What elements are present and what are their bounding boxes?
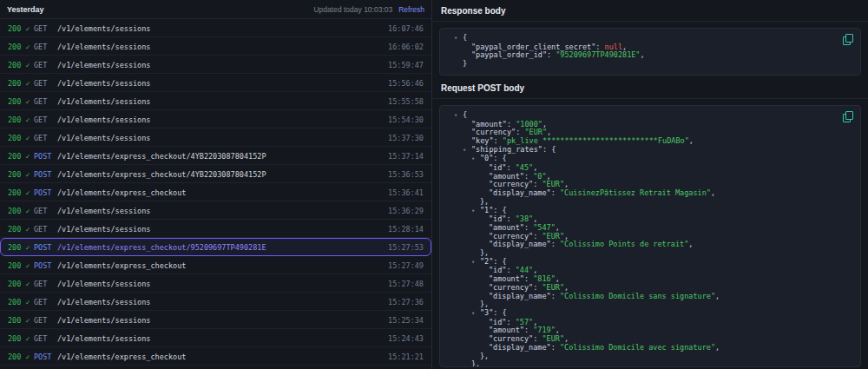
json-punct: : xyxy=(595,43,604,51)
json-punct: : xyxy=(547,50,556,59)
log-list-header: Yesterday Updated today 10:03:03 Refresh xyxy=(0,0,431,19)
json-punct: , xyxy=(547,172,551,181)
json-punct: : xyxy=(542,145,551,154)
log-row[interactable]: 200 ✓GET/v1/elements/sessions15:25:34 xyxy=(0,311,431,329)
method-label: POST xyxy=(34,243,57,252)
log-row[interactable]: 200 ✓GET/v1/elements/sessions15:27:36 xyxy=(0,293,431,311)
request-path: /v1/elements/sessions xyxy=(57,24,388,33)
request-time: 15:56:46 xyxy=(388,79,424,88)
status-badge: 200 ✓ xyxy=(8,79,34,88)
json-punct: { xyxy=(463,110,467,119)
status-badge: 200 ✓ xyxy=(8,316,34,325)
log-row[interactable]: 200 ✓GET/v1/elements/sessions15:24:43 xyxy=(0,329,431,347)
request-time: 15:59:47 xyxy=(388,61,424,69)
collapse-toggle-icon[interactable]: ▾ xyxy=(463,147,471,155)
json-key: "paypal_order_id" xyxy=(471,50,547,59)
request-time: 15:55:58 xyxy=(388,97,424,106)
json-punct: , xyxy=(715,292,720,300)
request-time: 15:24:43 xyxy=(388,334,424,343)
json-punct: , xyxy=(715,343,720,352)
json-key: "shipping_rates" xyxy=(471,145,542,154)
json-punct: : xyxy=(494,136,503,145)
collapse-toggle-icon[interactable]: ▾ xyxy=(471,310,480,319)
json-key: "2" xyxy=(480,257,493,266)
json-value: "95209697TP490281E" xyxy=(556,50,640,59)
request-path: /v1/elements/express_checkout xyxy=(57,353,388,361)
status-badge: 200 ✓ xyxy=(8,243,34,252)
json-key: "currency" xyxy=(489,180,533,188)
response-body-header: Response body xyxy=(432,0,868,22)
json-value: "816" xyxy=(533,274,556,283)
json-key: "id" xyxy=(489,214,506,223)
json-value: "Colissimo Points de retrait" xyxy=(560,240,688,248)
log-row[interactable]: 200 ✓GET/v1/elements/sessions15:37:30 xyxy=(0,128,431,147)
json-key: "amount" xyxy=(489,172,524,181)
log-row[interactable]: 200 ✓GET/v1/elements/sessions15:27:48 xyxy=(0,274,431,293)
request-time: 15:36:29 xyxy=(388,207,424,215)
json-value: "719" xyxy=(533,326,556,334)
request-path: /v1/elements/express_checkout xyxy=(57,261,388,270)
log-row[interactable]: 200 ✓GET/v1/elements/sessions16:06:02 xyxy=(0,37,431,56)
status-badge: 200 ✓ xyxy=(8,353,34,361)
json-key: "3" xyxy=(480,308,493,317)
json-key: "id" xyxy=(489,163,506,172)
log-row[interactable]: 200 ✓GET/v1/elements/sessions15:36:29 xyxy=(0,201,431,220)
response-json: ▾{"paypal_order_client_secret": null,"pa… xyxy=(449,34,852,69)
log-row[interactable]: 200 ✓POST/v1/elements/express_checkout15… xyxy=(0,256,431,274)
status-badge: 200 ✓ xyxy=(8,152,34,161)
json-punct: : xyxy=(506,318,515,326)
request-path: /v1/elements/sessions xyxy=(57,79,388,88)
log-row[interactable]: 200 ✓GET/v1/elements/sessions15:59:47 xyxy=(0,56,431,74)
json-punct: : xyxy=(524,326,533,334)
json-value: "Colissimo Domicile avec signature" xyxy=(560,343,715,352)
json-key: "amount" xyxy=(489,274,524,283)
json-value: "EUR" xyxy=(542,232,564,241)
json-punct: , xyxy=(556,223,560,232)
log-row[interactable]: 200 ✓GET/v1/elements/sessions16:07:46 xyxy=(0,19,431,37)
json-punct: : xyxy=(524,274,533,283)
collapse-toggle-icon[interactable]: ▾ xyxy=(454,112,463,121)
json-punct: , xyxy=(564,232,569,241)
copy-icon[interactable] xyxy=(843,34,852,43)
request-body-viewer: ▾{"amount": "1000","currency": "EUR","ke… xyxy=(439,105,861,367)
log-row[interactable]: 200 ✓GET/v1/elements/sessions15:28:14 xyxy=(0,220,431,238)
log-row[interactable]: 200 ✓POST/v1/elements/express_checkout/4… xyxy=(0,165,431,183)
log-row[interactable]: 200 ✓GET/v1/elements/sessions15:54:30 xyxy=(0,110,431,128)
json-line: }, xyxy=(449,198,852,207)
json-key: "amount" xyxy=(489,223,524,232)
log-row[interactable]: 200 ✓POST/v1/elements/express_checkout15… xyxy=(0,183,431,201)
log-row[interactable]: 200 ✓POST/v1/elements/express_checkout/9… xyxy=(0,238,431,256)
method-label: GET xyxy=(34,43,57,51)
json-key: "amount" xyxy=(489,326,524,334)
request-path: /v1/elements/sessions xyxy=(57,225,388,234)
log-row[interactable]: 200 ✓GET/v1/elements/sessions15:56:46 xyxy=(0,74,431,92)
method-label: GET xyxy=(34,298,57,306)
json-punct: , xyxy=(564,283,569,292)
json-key: "currency" xyxy=(471,128,516,136)
refresh-button[interactable]: Refresh xyxy=(398,5,424,14)
request-time: 15:36:53 xyxy=(388,170,424,179)
method-label: GET xyxy=(34,207,57,215)
log-row[interactable]: 200 ✓POST/v1/elements/express_checkout15… xyxy=(0,347,431,366)
json-punct: : xyxy=(533,180,542,188)
log-row[interactable]: 200 ✓GET/v1/elements/sessions15:55:58 xyxy=(0,92,431,110)
status-badge: 200 ✓ xyxy=(8,97,34,106)
request-log-panel: Yesterday Updated today 10:03:03 Refresh… xyxy=(0,0,432,369)
log-row[interactable]: 200 ✓POST/v1/elements/express_checkout/4… xyxy=(0,147,431,165)
status-badge: 200 ✓ xyxy=(8,61,34,69)
copy-icon[interactable] xyxy=(843,111,852,121)
json-punct: : xyxy=(551,188,560,197)
status-badge: 200 ✓ xyxy=(8,280,34,288)
collapse-toggle-icon[interactable]: ▾ xyxy=(471,155,480,164)
collapse-toggle-icon[interactable]: ▾ xyxy=(471,259,480,267)
method-label: GET xyxy=(34,280,57,288)
request-time: 15:21:21 xyxy=(388,353,424,361)
json-punct: , xyxy=(533,214,537,223)
method-label: POST xyxy=(34,152,57,161)
api-logs-workbench: Yesterday Updated today 10:03:03 Refresh… xyxy=(0,0,868,369)
collapse-toggle-icon[interactable]: ▾ xyxy=(471,208,480,216)
collapse-toggle-icon[interactable]: ▾ xyxy=(454,35,463,43)
json-key: "display_name" xyxy=(489,240,551,248)
request-path: /v1/elements/sessions xyxy=(57,134,388,142)
json-key: "amount" xyxy=(471,120,507,128)
